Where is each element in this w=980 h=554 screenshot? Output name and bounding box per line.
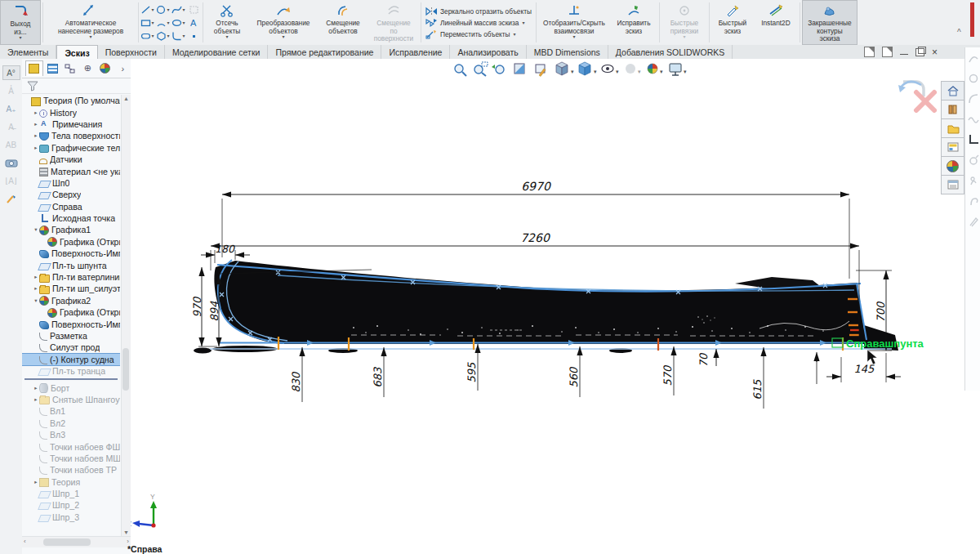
dim-keel-gap[interactable]: 70	[697, 349, 817, 384]
circle-icon[interactable]: ▾	[156, 3, 170, 16]
scroll-left-icon[interactable]: ‹	[24, 538, 26, 545]
tree-item[interactable]: Теория (По умолчанию) <<	[22, 95, 120, 106]
sketch-text-icon[interactable]: A	[187, 16, 201, 29]
repair-sketch-button[interactable]: Исправить эскиз	[610, 0, 657, 45]
display-relations-caret[interactable]: ▾	[572, 35, 575, 38]
tree-item[interactable]: Графика (Открыто)	[22, 236, 120, 248]
plane-selection-label[interactable]: Справашпунта	[832, 337, 924, 364]
expand-arrow-icon[interactable]: ▸	[33, 121, 39, 127]
tree-item[interactable]: ▾Графика2	[22, 295, 120, 306]
tree-item[interactable]: ▾Графика1	[22, 224, 120, 235]
minimize-icon[interactable]	[900, 54, 908, 55]
display-relations-button[interactable]: Отобразить/Скрыть взаимосвязи ▾	[538, 0, 610, 45]
file-explorer-icon[interactable]	[941, 118, 964, 138]
tree-item[interactable]: ▸History	[22, 106, 120, 118]
expand-arrow-icon[interactable]: ▸	[33, 132, 39, 139]
tree-item[interactable]: Пл-ть транца	[22, 365, 120, 377]
smart-dimension-caret[interactable]: ▾	[89, 35, 91, 38]
tree-item[interactable]: ▸Теория	[22, 476, 120, 488]
fillet-icon[interactable]: ▾	[172, 29, 185, 42]
dim-stations[interactable]: 830 683 595 560 570 615	[290, 344, 764, 409]
zoom-to-fit-icon[interactable]	[455, 65, 466, 76]
tree-item[interactable]: Точки набоев ФШ	[22, 440, 120, 452]
tab-Поверхности[interactable]: Поверхности	[98, 45, 165, 59]
close-icon[interactable]: ×	[932, 48, 938, 56]
instant2d-button[interactable]: Instant2D	[754, 0, 798, 45]
expand-arrow-icon[interactable]: ▸	[33, 109, 39, 116]
zoom-to-area-icon[interactable]	[474, 62, 488, 76]
hull-point-cloud[interactable]	[194, 261, 898, 354]
line-icon[interactable]: ▾	[140, 3, 154, 16]
featuremanager-tab-icon[interactable]	[25, 60, 43, 76]
tree-item[interactable]: ▸Пл-ти ватерлинии	[22, 271, 120, 283]
doc-window-icon[interactable]	[882, 47, 893, 57]
tree-item[interactable]: Справа	[22, 201, 120, 212]
tree-item[interactable]: Точки набоев ТР	[22, 464, 120, 476]
filter-funnel-icon[interactable]	[27, 81, 38, 92]
expand-arrow-icon[interactable]: ▸	[33, 385, 39, 391]
tree-item[interactable]: Шпр_2	[22, 499, 120, 511]
move-entities-button[interactable]: Переместить объекты ▾	[423, 29, 534, 40]
graphics-area[interactable]: ▾ ▾ ▾ ▾ ▾ ▾	[131, 59, 980, 554]
linear-pattern-button[interactable]: Линейный массив эскиза ▾	[423, 17, 534, 29]
rollback-bar[interactable]	[24, 378, 118, 380]
offset-entities-button[interactable]: Смещение объектов	[318, 0, 368, 45]
expand-arrow-icon[interactable]: ▸	[33, 274, 39, 280]
trim-caret[interactable]: ▾	[225, 35, 228, 38]
design-library-icon[interactable]	[941, 100, 964, 119]
tree-horizontal-scrollbar[interactable]: ‹ ›	[22, 536, 131, 547]
tree-item[interactable]: Шп0	[22, 177, 120, 189]
polygon-icon[interactable]: ▾	[156, 29, 170, 42]
tab-Эскиз[interactable]: Эскиз	[56, 45, 97, 59]
scroll-down-icon[interactable]: ▼	[123, 529, 129, 535]
point-icon[interactable]	[187, 29, 201, 42]
expand-arrow-icon[interactable]: ▸	[33, 145, 39, 151]
rectangle-icon[interactable]: ▾	[140, 16, 154, 29]
tree-item[interactable]: Поверхность-Импорти	[22, 318, 120, 329]
tab-Прямое редактирование[interactable]: Прямое редактирование	[268, 45, 381, 59]
custom-properties-icon[interactable]	[941, 175, 964, 194]
dim-stern-offset[interactable]: 145	[826, 353, 901, 382]
trim-entities-button[interactable]: Отсечь объекты ▾	[205, 0, 249, 45]
text-insert-icon[interactable]: A₊	[2, 101, 20, 116]
expand-arrow-icon[interactable]: ▾	[33, 297, 39, 304]
restore-icon[interactable]	[915, 48, 924, 56]
tree-item[interactable]: Сверху	[22, 189, 120, 200]
camera-icon[interactable]	[2, 155, 20, 170]
tree-item[interactable]: Разметка	[22, 330, 120, 342]
view-orientation-icon[interactable]: ▾	[556, 62, 574, 75]
tree-vscroll-thumb[interactable]	[122, 348, 129, 391]
appearances-scenes-icon[interactable]	[941, 156, 964, 176]
previous-view-icon[interactable]	[492, 65, 504, 74]
tree-hscroll-thumb[interactable]	[43, 538, 91, 546]
configurationmanager-tab-icon[interactable]	[62, 61, 78, 76]
tree-item[interactable]: Шпр_3	[22, 512, 120, 523]
apply-scene-icon[interactable]: ▾	[648, 64, 663, 74]
tab-MBD Dimensions[interactable]: MBD Dimensions	[527, 45, 608, 59]
tree-item[interactable]: ▸Графические тела(2)	[22, 142, 120, 154]
quick-sketch-button[interactable]: Быстрый эскиз	[711, 0, 754, 45]
cancel-sketch-icon[interactable]	[916, 92, 934, 110]
expand-panel-tabs-chevron[interactable]: ›	[115, 61, 131, 76]
tree-item[interactable]: Датчики	[22, 154, 120, 165]
tree-item[interactable]: Вл2	[22, 418, 120, 429]
tree-item[interactable]: ▸Тела поверхности(2)	[22, 130, 120, 141]
ellipse-icon[interactable]: ▾	[172, 16, 185, 29]
tab-Элементы[interactable]: Элементы	[0, 45, 56, 59]
tree-item[interactable]: Шпр_1	[22, 488, 120, 499]
mirror-entities-button[interactable]: Зеркально отразить объекты	[423, 6, 534, 17]
hide-show-items-icon[interactable]: ▾	[602, 65, 619, 75]
tab-Моделирование сетки[interactable]: Моделирование сетки	[165, 45, 269, 59]
tab-Анализировать[interactable]: Анализировать	[450, 45, 526, 59]
3d-drawing-view-icon[interactable]	[536, 65, 546, 77]
tab-Исправление[interactable]: Исправление	[381, 45, 450, 59]
format-painter-icon[interactable]	[2, 191, 20, 206]
tree-item[interactable]: (-) Контур судна	[22, 354, 120, 365]
tab-Добавления SOLIDWORKS[interactable]: Добавления SOLIDWORKS	[608, 45, 733, 59]
tree-item[interactable]: Вл1	[22, 405, 120, 417]
exit-sketch-caret[interactable]: ▾	[19, 36, 21, 39]
propertymanager-tab-icon[interactable]	[45, 61, 61, 76]
expand-arrow-icon[interactable]: ▸	[33, 479, 39, 485]
tree-item[interactable]: Графика (Открыто)	[22, 306, 120, 318]
tree-item[interactable]: ▸Борт	[22, 382, 120, 393]
